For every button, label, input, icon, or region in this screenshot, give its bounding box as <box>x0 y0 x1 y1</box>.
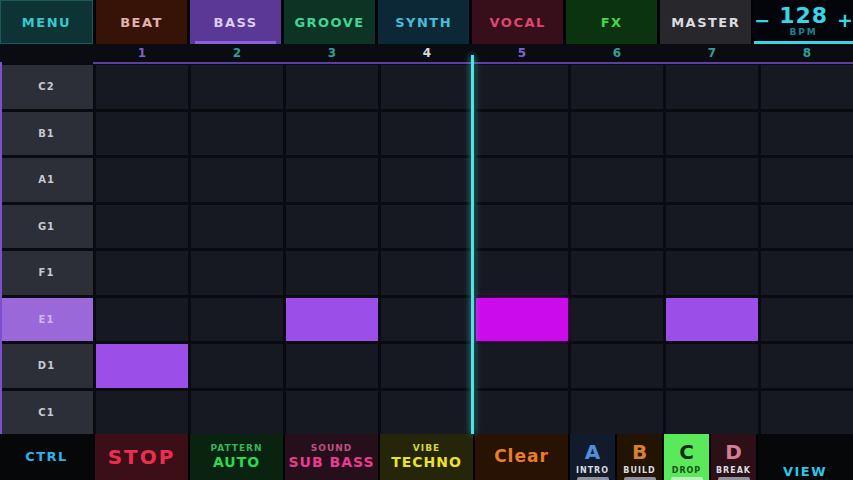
grid-cell-f1-step4[interactable] <box>381 251 473 295</box>
pattern-selector[interactable]: PATTERN AUTO <box>190 434 283 480</box>
grid-cell-c2-step8[interactable] <box>761 65 853 109</box>
grid-cell-g1-step5[interactable] <box>476 205 568 249</box>
section-b-build[interactable]: B BUILD <box>617 434 662 480</box>
note-row-label-g1[interactable]: G1 <box>0 205 93 249</box>
piano-roll: C2B1A1G1F1E1D1C1 <box>0 64 853 434</box>
grid-cell-d1-step6[interactable] <box>571 344 663 388</box>
bpm-increase-button[interactable]: + <box>837 11 853 30</box>
clear-button[interactable]: Clear <box>475 434 568 480</box>
tab-fx[interactable]: FX <box>566 0 657 44</box>
grid-cell-f1-step6[interactable] <box>571 251 663 295</box>
grid-cell-g1-step4[interactable] <box>381 205 473 249</box>
grid-cell-a1-step1[interactable] <box>96 158 188 202</box>
grid-cell-e1-step1[interactable] <box>96 298 188 342</box>
menu-button[interactable]: MENU <box>0 0 93 44</box>
note-row-label-a1[interactable]: A1 <box>0 158 93 202</box>
pattern-value: AUTO <box>213 454 260 472</box>
grid-cell-a1-step3[interactable] <box>286 158 378 202</box>
vibe-selector[interactable]: VIBE TECHNO <box>380 434 473 480</box>
grid-cell-c2-step7[interactable] <box>666 65 758 109</box>
grid-cell-b1-step1[interactable] <box>96 112 188 156</box>
grid-cell-c1-step5[interactable] <box>476 391 568 435</box>
grid-cell-d1-step3[interactable] <box>286 344 378 388</box>
note-row-label-d1[interactable]: D1 <box>0 344 93 388</box>
grid-cell-a1-step8[interactable] <box>761 158 853 202</box>
grid-cell-a1-step2[interactable] <box>191 158 283 202</box>
grid-cell-d1-step8[interactable] <box>761 344 853 388</box>
sound-label: SOUND <box>311 443 352 454</box>
grid-cell-e1-step6[interactable] <box>571 298 663 342</box>
grid-cell-f1-step7[interactable] <box>666 251 758 295</box>
grid-cell-g1-step6[interactable] <box>571 205 663 249</box>
note-row-label-c1[interactable]: C1 <box>0 391 93 435</box>
grid-cell-f1-step8[interactable] <box>761 251 853 295</box>
sound-selector[interactable]: SOUND SUB BASS <box>285 434 378 480</box>
grid-cell-b1-step2[interactable] <box>191 112 283 156</box>
section-c-drop-active[interactable]: C DROP <box>664 434 709 480</box>
note-row-label-b1[interactable]: B1 <box>0 112 93 156</box>
section-a-intro[interactable]: A INTRO <box>570 434 615 480</box>
note-row-label-c2[interactable]: C2 <box>0 65 93 109</box>
grid-cell-f1-step1[interactable] <box>96 251 188 295</box>
transport-bar: CTRL STOP PATTERN AUTO SOUND SUB BASS VI… <box>0 434 853 480</box>
section-d-break[interactable]: D BREAK <box>711 434 756 480</box>
grid-cell-c1-step3[interactable] <box>286 391 378 435</box>
grid-cell-b1-step4[interactable] <box>381 112 473 156</box>
grid-cell-b1-step5[interactable] <box>476 112 568 156</box>
grid-cell-d1-step2[interactable] <box>191 344 283 388</box>
grid-cell-f1-step3[interactable] <box>286 251 378 295</box>
grid-cell-g1-step2[interactable] <box>191 205 283 249</box>
grid-cell-e1-step8[interactable] <box>761 298 853 342</box>
grid-cell-g1-step8[interactable] <box>761 205 853 249</box>
beat-number-3: 3 <box>286 46 378 60</box>
tab-synth[interactable]: SYNTH <box>378 0 469 44</box>
grid-cell-c1-step4[interactable] <box>381 391 473 435</box>
note-row-label-f1[interactable]: F1 <box>0 251 93 295</box>
grid-cell-c2-step4[interactable] <box>381 65 473 109</box>
grid-cell-a1-step6[interactable] <box>571 158 663 202</box>
tab-groove[interactable]: GROOVE <box>284 0 375 44</box>
tab-beat[interactable]: BEAT <box>96 0 187 44</box>
grid-cell-c1-step7[interactable] <box>666 391 758 435</box>
grid-cell-d1-step5[interactable] <box>476 344 568 388</box>
beat-number-5: 5 <box>476 46 568 60</box>
grid-cell-c2-step5[interactable] <box>476 65 568 109</box>
grid-cell-g1-step7[interactable] <box>666 205 758 249</box>
grid-cell-b1-step7[interactable] <box>666 112 758 156</box>
grid-cell-e1-step5[interactable] <box>476 298 568 342</box>
tab-master[interactable]: MASTER <box>660 0 751 44</box>
grid-cell-c1-step1[interactable] <box>96 391 188 435</box>
grid-cell-c2-step2[interactable] <box>191 65 283 109</box>
grid-cell-e1-step2[interactable] <box>191 298 283 342</box>
note-row-label-e1[interactable]: E1 <box>0 298 93 342</box>
grid-cell-e1-step3[interactable] <box>286 298 378 342</box>
grid-cell-c2-step3[interactable] <box>286 65 378 109</box>
sound-value: SUB BASS <box>288 454 374 472</box>
grid-cell-d1-step1[interactable] <box>96 344 188 388</box>
grid-cell-g1-step3[interactable] <box>286 205 378 249</box>
grid-cell-e1-step4[interactable] <box>381 298 473 342</box>
grid-cell-d1-step7[interactable] <box>666 344 758 388</box>
grid-cell-c1-step6[interactable] <box>571 391 663 435</box>
grid-cell-a1-step5[interactable] <box>476 158 568 202</box>
view-button[interactable]: VIEW <box>758 434 853 480</box>
tab-bass-active[interactable]: BASS <box>190 0 281 44</box>
grid-cell-c1-step8[interactable] <box>761 391 853 435</box>
grid-cell-b1-step8[interactable] <box>761 112 853 156</box>
bpm-decrease-button[interactable]: − <box>754 11 770 30</box>
stop-button[interactable]: STOP <box>95 434 188 480</box>
grid-cell-c2-step6[interactable] <box>571 65 663 109</box>
ctrl-button[interactable]: CTRL <box>0 434 93 480</box>
grid-cell-f1-step2[interactable] <box>191 251 283 295</box>
grid-cell-c2-step1[interactable] <box>96 65 188 109</box>
grid-cell-d1-step4[interactable] <box>381 344 473 388</box>
grid-cell-b1-step6[interactable] <box>571 112 663 156</box>
grid-cell-e1-step7[interactable] <box>666 298 758 342</box>
grid-cell-c1-step2[interactable] <box>191 391 283 435</box>
grid-cell-a1-step7[interactable] <box>666 158 758 202</box>
grid-cell-b1-step3[interactable] <box>286 112 378 156</box>
tab-vocal[interactable]: VOCAL <box>472 0 563 44</box>
grid-cell-a1-step4[interactable] <box>381 158 473 202</box>
grid-cell-f1-step5[interactable] <box>476 251 568 295</box>
grid-cell-g1-step1[interactable] <box>96 205 188 249</box>
